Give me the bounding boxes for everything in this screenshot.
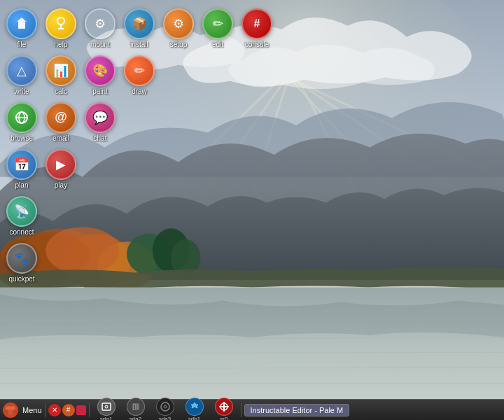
chat-icon-label: chat: [94, 134, 107, 142]
desktop-icon-chat[interactable]: 💬chat: [81, 99, 119, 145]
svg-rect-26: [19, 23, 24, 24]
write-icon-label: write: [14, 88, 29, 95]
drive-icon-sda2[interactable]: sda2: [122, 398, 150, 420]
close-taskbar-icon[interactable]: ✕: [48, 404, 61, 416]
svg-point-38: [8, 410, 13, 415]
desktop-icon-file[interactable]: file: [3, 6, 41, 51]
drive-icon-sda1[interactable]: sda1: [92, 398, 120, 420]
play-icon-label: play: [55, 181, 67, 189]
help-icon-circle: [46, 8, 76, 39]
console-icon-label: console: [245, 41, 269, 48]
svg-text:@: @: [55, 110, 67, 124]
desktop-icon-mount[interactable]: ⚙mount: [81, 6, 119, 51]
mount-icon-label: mount: [90, 41, 110, 48]
draw-icon-label: draw: [132, 88, 147, 95]
desktop-icon-install[interactable]: 📦install: [120, 6, 158, 51]
quickpet-icon-circle: 🐾: [6, 243, 37, 274]
calc-icon-label: calc: [55, 88, 67, 95]
sda2-circle: [127, 398, 145, 416]
quickpet-icon-label: quickpet: [8, 275, 34, 283]
svg-point-48: [161, 402, 169, 411]
chat-icon-circle: 💬: [85, 102, 115, 133]
email-icon-label: email: [52, 134, 69, 142]
svg-point-28: [57, 18, 64, 24]
connect-icon-circle: 📡: [6, 196, 37, 227]
desktop-icons: filehelp⚙mount📦install⚙setup✏edit#consol…: [0, 0, 279, 293]
desktop-icon-draw[interactable]: ✏draw: [120, 52, 158, 98]
paint-icon-circle: 🎨: [85, 55, 115, 86]
drive-icon-sdb1[interactable]: sdb1: [181, 398, 209, 420]
browse-icon-circle: [6, 102, 37, 133]
sda1-circle: [97, 398, 115, 416]
file-icon-label: file: [18, 41, 27, 48]
setup-icon-label: setup: [170, 41, 187, 48]
svg-rect-27: [19, 25, 24, 27]
sda1-label: sda1: [100, 416, 112, 420]
sda2-label: sda2: [130, 416, 141, 420]
sr0-circle: [215, 398, 233, 416]
svg-point-39: [4, 410, 8, 414]
install-icon-circle: 📦: [124, 8, 155, 39]
edit-icon-circle: ✏: [202, 8, 233, 39]
red-taskbar-icon[interactable]: [76, 405, 86, 415]
desktop-icon-quickpet[interactable]: 🐾quickpet: [3, 240, 41, 286]
menu-area: Menu: [3, 402, 42, 418]
plan-icon-label: plan: [15, 181, 29, 189]
install-icon-label: install: [130, 41, 148, 48]
desktop-icon-console[interactable]: #console: [238, 6, 276, 51]
connect-icon-label: connect: [9, 228, 34, 236]
edit-icon-label: edit: [212, 41, 223, 48]
write-icon-circle: △: [6, 55, 37, 86]
taskbar-apps: Instructable Editor - Pale M: [244, 404, 503, 416]
desktop-icon-connect[interactable]: 📡connect: [3, 193, 41, 239]
menu-label[interactable]: Menu: [22, 406, 42, 414]
paint-icon-label: paint: [92, 88, 108, 95]
desktop-icon-help[interactable]: help: [42, 6, 80, 51]
desktop-icon-setup[interactable]: ⚙setup: [160, 6, 197, 51]
plan-icon-circle: 📅: [6, 149, 37, 180]
desktop-icon-write[interactable]: △write: [3, 52, 41, 98]
draw-icon-circle: ✏: [124, 55, 155, 86]
sda3-label: sda3: [159, 416, 171, 420]
file-icon-circle: [6, 8, 37, 39]
desktop-icon-edit[interactable]: ✏edit: [199, 6, 237, 51]
console-icon-circle: #: [241, 8, 272, 39]
sda3-circle: [156, 398, 174, 416]
desktop-icon-email[interactable]: @email: [42, 99, 80, 145]
drive-icon-sda3[interactable]: sda3: [151, 398, 179, 420]
drive-icon-sr0[interactable]: sr0: [210, 398, 238, 420]
taskbar-app-editor[interactable]: Instructable Editor - Pale M: [244, 404, 350, 416]
desktop-icon-play[interactable]: ▶play: [42, 146, 80, 192]
desktop-icon-calc[interactable]: 📊calc: [42, 52, 80, 98]
sdb1-circle: [186, 398, 204, 416]
puppy-menu-icon[interactable]: [3, 402, 18, 418]
hash-taskbar-icon[interactable]: #: [62, 404, 75, 416]
svg-rect-47: [134, 405, 135, 409]
help-icon-label: help: [55, 41, 68, 48]
svg-text:#: #: [254, 18, 260, 29]
taskbar: Menu ✕ # sda1sda2sda3sdb1sr0 Instructabl…: [0, 399, 504, 420]
svg-point-49: [164, 405, 167, 408]
svg-point-40: [13, 410, 17, 414]
sdb1-label: sdb1: [188, 416, 200, 420]
taskbar-sys-left: ✕ #: [48, 404, 86, 416]
drive-section: sda1sda2sda3sdb1sr0: [92, 398, 238, 420]
setup-icon-circle: ⚙: [163, 8, 194, 39]
svg-rect-46: [136, 404, 139, 410]
sr0-label: sr0: [220, 416, 227, 420]
svg-point-43: [106, 407, 106, 407]
play-icon-circle: ▶: [46, 149, 76, 180]
mount-icon-circle: ⚙: [85, 8, 115, 39]
email-icon-circle: @: [46, 102, 76, 133]
browse-icon-label: browse: [10, 134, 33, 142]
calc-icon-circle: 📊: [46, 55, 76, 86]
desktop-icon-paint[interactable]: 🎨paint: [81, 52, 119, 98]
desktop-icon-plan[interactable]: 📅plan: [3, 146, 41, 192]
desktop-icon-browse[interactable]: browse: [3, 99, 41, 145]
